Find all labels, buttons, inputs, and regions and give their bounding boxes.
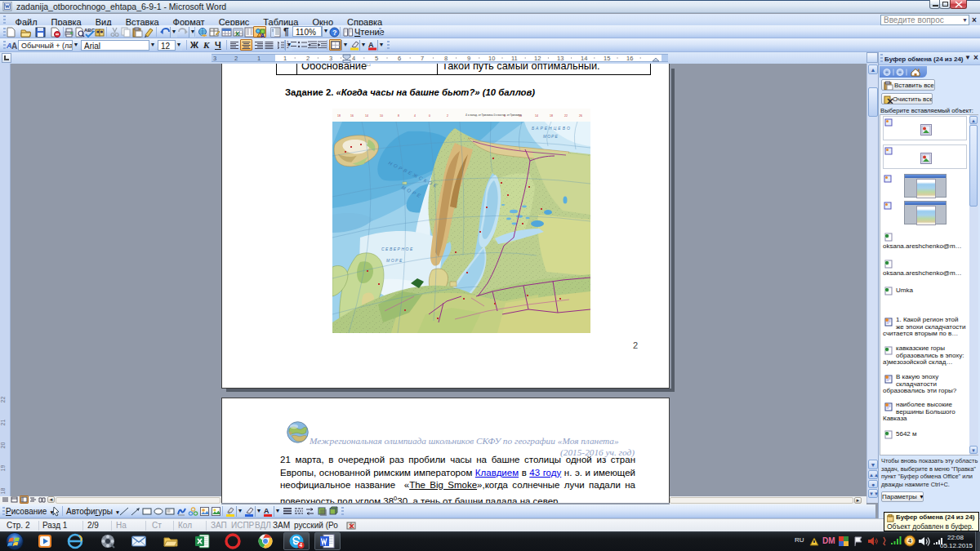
svg-text:18: 18 [337, 114, 341, 118]
svg-text:X: X [235, 30, 240, 38]
svg-text:БАРЕНЦЕВО: БАРЕНЦЕВО [532, 126, 572, 131]
svg-text:14: 14 [365, 114, 368, 118]
svg-text:?: ? [332, 29, 337, 37]
svg-text:16: 16 [350, 114, 354, 118]
svg-text:18: 18 [550, 114, 553, 118]
svg-text:22: 22 [564, 114, 568, 118]
svg-text:МОРЕ: МОРЕ [386, 258, 403, 263]
svg-text:2: 2 [447, 114, 448, 118]
svg-text:A: A [264, 507, 270, 515]
svg-text:4: 4 [300, 542, 303, 548]
svg-text:4 о запад. от Гринвича 0 к вос: 4 о запад. от Гринвича 0 к восток. от Гр… [466, 113, 522, 117]
svg-text:10: 10 [380, 114, 383, 118]
svg-text:26: 26 [579, 114, 582, 118]
svg-text:A: A [11, 42, 17, 51]
svg-text:4: 4 [908, 538, 911, 544]
svg-text:2: 2 [287, 44, 289, 49]
svg-text:A: A [261, 33, 265, 38]
svg-text:СЕВЕРНОЕ: СЕВЕРНОЕ [381, 247, 414, 251]
svg-text:8: 8 [398, 114, 399, 118]
svg-text:МОРЕ: МОРЕ [543, 134, 559, 139]
svg-text:14: 14 [535, 114, 538, 118]
svg-text:0: 0 [429, 114, 430, 118]
svg-text:4: 4 [414, 114, 416, 118]
